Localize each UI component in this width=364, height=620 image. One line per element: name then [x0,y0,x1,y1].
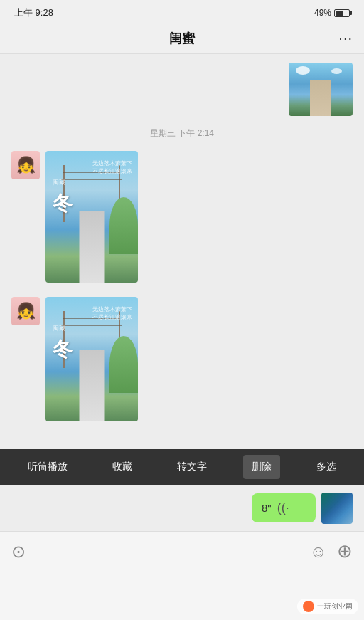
poster-road [80,211,105,283]
more-button[interactable]: ··· [338,30,353,46]
sender-avatar: 👧 [11,151,40,179]
poster-sub-text: 闽藏 [53,178,65,187]
message-row-poster1: 👧 无边落木萧萧下不尽长江滚滚来 闽藏 冬 [0,145,364,288]
input-bar: ⊙ ☺ ⊕ [0,531,364,571]
aurora-overlay [321,493,353,524]
sender-avatar-2: 👧 [11,297,40,325]
message-row-poster2: 👧 无边落木萧萧下不尽长江滚滚来 闽藏 冬 [0,291,364,427]
poster2-road [80,350,105,421]
emoji-button[interactable]: ☺ [309,542,327,562]
poster-greenery [109,197,138,254]
voice-input-button[interactable]: ⊙ [11,542,26,562]
watermark-text: 一玩创业网 [317,601,353,611]
poster-top-text: 无边落木萧萧下不尽长江滚滚来 [51,159,132,175]
battery-icon [334,9,350,17]
context-menu-item-speaker[interactable]: 听筒播放 [19,455,76,479]
poster2-greenery [109,336,138,393]
context-menu: 听筒播放 收藏 转文字 删除 多选 [0,449,364,485]
status-bar: 上午 9:28 49% [0,0,364,23]
voice-avatar [321,493,353,524]
avatar-emoji: 👧 [11,151,40,179]
nav-bar: 闺蜜 ··· [0,23,364,54]
add-button[interactable]: ⊕ [337,540,353,562]
message-timestamp: 星期三 下午 2:14 [0,127,364,140]
context-menu-item-collect[interactable]: 收藏 [104,455,141,479]
context-menu-item-multiselect[interactable]: 多选 [308,455,345,479]
poster2-main-char: 冬 [53,336,73,363]
poster2-wire-2 [61,325,122,326]
poster2-top-text: 无边落木萧萧下不尽长江滚滚来 [51,305,132,321]
watermark-logo-icon [303,601,314,612]
input-bar-actions: ☺ ⊕ [309,540,353,562]
status-time: 上午 9:28 [14,6,53,19]
received-photo-row [0,54,364,122]
context-menu-item-transcribe[interactable]: 转文字 [168,455,215,479]
photo-cloud [296,66,310,75]
poster-main-char: 冬 [53,190,73,217]
photo-cloud2 [331,68,342,74]
audio-message-bubble[interactable]: 8" ((· [252,493,316,522]
status-right: 49% [314,8,350,18]
received-photo[interactable] [289,63,353,116]
context-menu-item-delete[interactable]: 删除 [243,455,280,479]
chat-title: 闺蜜 [169,30,195,47]
battery-fill [336,11,343,16]
battery-percent: 49% [314,8,331,18]
poster-image-2[interactable]: 无边落木萧萧下不尽长江滚滚来 闽藏 冬 [46,297,138,421]
chat-area: 星期三 下午 2:14 👧 无边落木萧萧下不尽长江滚滚来 闽藏 冬 👧 [0,54,364,449]
watermark: 一玩创业网 [297,599,358,614]
photo-road [310,80,331,116]
poster2-sub-text: 闽藏 [53,324,65,333]
audio-wave-icon: ((· [277,500,289,515]
bottom-message-area: 8" ((· [0,485,364,531]
poster-wire-2 [61,179,122,180]
avatar-emoji-2: 👧 [11,297,40,325]
poster-image-1[interactable]: 无边落木萧萧下不尽长江滚滚来 闽藏 冬 [46,151,138,283]
audio-duration: 8" [262,502,272,514]
